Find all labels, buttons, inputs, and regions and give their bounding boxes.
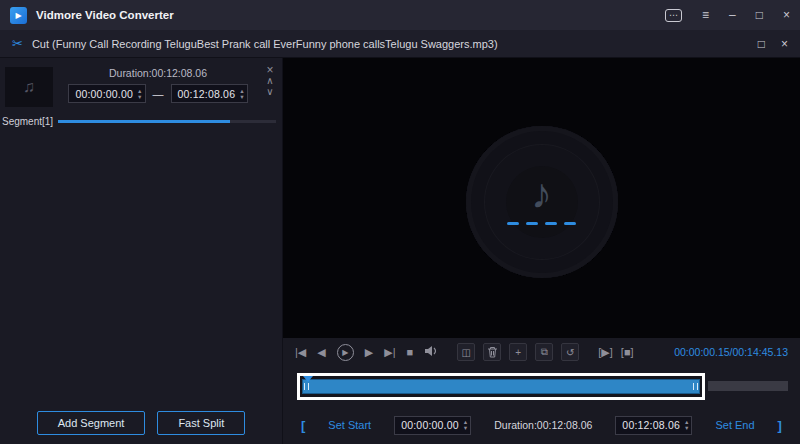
volume-icon[interactable] (424, 345, 438, 359)
segment-close-icon[interactable]: × (266, 65, 273, 75)
cut-dialog-header: ✂ Cut (Funny Call Recording TeluguBest P… (0, 30, 800, 58)
segment-times: Duration:00:12:08.06 00:00:00.00 ▲ ▼ — 0… (60, 65, 256, 107)
segment-item-controls: × ∧ ∨ (263, 65, 277, 107)
segment-list-item[interactable]: Segment[1] (0, 116, 282, 127)
stop-icon[interactable]: ■ (407, 347, 414, 358)
scissors-icon: ✂ (12, 36, 23, 51)
segment-progress-bar[interactable] (58, 120, 276, 123)
delete-segment-icon[interactable] (483, 343, 501, 361)
window-title: Vidmore Video Converter (36, 9, 174, 21)
time-separator: — (153, 88, 164, 100)
main-area: ♫ Duration:00:12:08.06 00:00:00.00 ▲ ▼ —… (0, 58, 800, 444)
segment-name-label: Segment[1] (2, 116, 52, 127)
trim-end-spinner[interactable]: ▲ ▼ (684, 419, 689, 431)
spin-down-icon[interactable]: ▼ (463, 425, 468, 431)
timeline-range-slider[interactable] (302, 379, 700, 394)
next-frame-icon[interactable]: ▶ (365, 347, 373, 358)
segment-start-time-input[interactable]: 00:00:00.00 ▲ ▼ (68, 84, 145, 103)
segment-start-spinner[interactable]: ▲ ▼ (137, 88, 142, 100)
spin-down-icon[interactable]: ▼ (137, 94, 142, 100)
menu-icon[interactable]: ≡ (702, 9, 709, 21)
segment-time-row: 00:00:00.00 ▲ ▼ — 00:12:08.06 ▲ ▼ (60, 84, 256, 103)
segment-actions: Add Segment Fast Split (0, 411, 282, 435)
window-controls: ⋯ ≡ – □ × (665, 9, 790, 22)
timeline-remainder-track[interactable] (708, 381, 788, 391)
trim-footer: [ Set Start 00:00:00.00 ▲ ▼ Duration:00:… (283, 406, 800, 444)
skip-to-end-icon[interactable]: ▶| (384, 347, 395, 358)
preview-panel: ♪ |◀ ◀ ▶ ▶ ▶| ■ ◫ + ⧉ ↺ (283, 58, 800, 444)
playhead-marker[interactable] (303, 376, 313, 382)
maximize-icon[interactable]: □ (756, 9, 763, 21)
reset-icon[interactable]: ↺ (561, 343, 579, 361)
chevron-up-icon[interactable]: ∧ (266, 76, 273, 86)
segment-progress-fill (58, 120, 230, 123)
segment-end-time-input[interactable]: 00:12:08.06 ▲ ▼ (171, 84, 248, 103)
trim-end-time-input[interactable]: 00:12:08.06 ▲ ▼ (615, 416, 692, 435)
trim-end-value: 00:12:08.06 (622, 419, 680, 431)
start-bracket-icon[interactable]: [ (301, 418, 305, 433)
segment-thumbnail[interactable]: ♫ (5, 67, 53, 107)
edit-tools-group: ◫ + ⧉ ↺ (457, 343, 579, 361)
feedback-icon[interactable]: ⋯ (665, 9, 682, 22)
segment-end-spinner[interactable]: ▲ ▼ (239, 88, 244, 100)
timeline-area (283, 366, 800, 406)
stop-segment-icon[interactable]: [■] (621, 347, 634, 358)
add-segment-button[interactable]: Add Segment (37, 411, 146, 435)
spin-down-icon[interactable]: ▼ (239, 94, 244, 100)
music-note-icon: ♫ (23, 78, 35, 96)
close-icon[interactable]: × (783, 9, 790, 21)
copy-segment-icon[interactable]: ⧉ (535, 343, 553, 361)
previous-frame-icon[interactable]: ◀ (317, 347, 325, 358)
chevron-down-icon[interactable]: ∨ (266, 87, 273, 97)
audio-dashes-decoration (507, 222, 576, 225)
cut-maximize-icon[interactable]: □ (758, 37, 765, 51)
cut-dialog-title: Cut (Funny Call Recording TeluguBest Pra… (32, 38, 498, 50)
video-preview: ♪ (283, 58, 800, 338)
fast-split-button[interactable]: Fast Split (157, 411, 245, 435)
segment-duration-label: Duration:00:12:08.06 (60, 65, 256, 84)
cut-close-icon[interactable]: × (781, 37, 788, 51)
segment-card: ♫ Duration:00:12:08.06 00:00:00.00 ▲ ▼ —… (0, 58, 282, 107)
play-icon: ▶ (342, 348, 348, 357)
play-segment-icon[interactable]: [▶] (598, 347, 613, 358)
trim-duration-label: Duration:00:12:08.06 (494, 419, 592, 431)
add-segment-icon[interactable]: + (509, 343, 527, 361)
trim-start-value: 00:00:00.00 (401, 419, 459, 431)
segment-playback-group: [▶] [■] (598, 347, 633, 358)
segment-end-time-value: 00:12:08.06 (178, 88, 236, 100)
segment-start-time-value: 00:00:00.00 (75, 88, 133, 100)
end-bracket-icon[interactable]: ] (778, 418, 782, 433)
playback-controls: |◀ ◀ ▶ ▶ ▶| ■ ◫ + ⧉ ↺ [▶] [■] 00:00: (283, 338, 800, 366)
trim-start-time-input[interactable]: 00:00:00.00 ▲ ▼ (394, 416, 471, 435)
music-note-icon: ♪ (531, 170, 552, 218)
app-logo-icon: ▶ (10, 7, 27, 24)
set-start-button[interactable]: Set Start (328, 419, 371, 431)
cut-dialog-controls: □ × (758, 37, 788, 51)
spin-down-icon[interactable]: ▼ (684, 425, 689, 431)
split-segment-icon[interactable]: ◫ (457, 343, 475, 361)
skip-to-start-icon[interactable]: |◀ (295, 347, 306, 358)
playback-time-display: 00:00:00.15/00:14:45.13 (674, 346, 788, 358)
trim-start-spinner[interactable]: ▲ ▼ (463, 419, 468, 431)
segment-panel: ♫ Duration:00:12:08.06 00:00:00.00 ▲ ▼ —… (0, 58, 283, 444)
audio-disc-artwork: ♪ (466, 126, 618, 278)
set-end-button[interactable]: Set End (715, 419, 754, 431)
minimize-icon[interactable]: – (729, 9, 736, 21)
titlebar: ▶ Vidmore Video Converter ⋯ ≡ – □ × (0, 0, 800, 30)
play-button[interactable]: ▶ (337, 344, 354, 361)
timeline-highlight-annotation (297, 373, 705, 400)
